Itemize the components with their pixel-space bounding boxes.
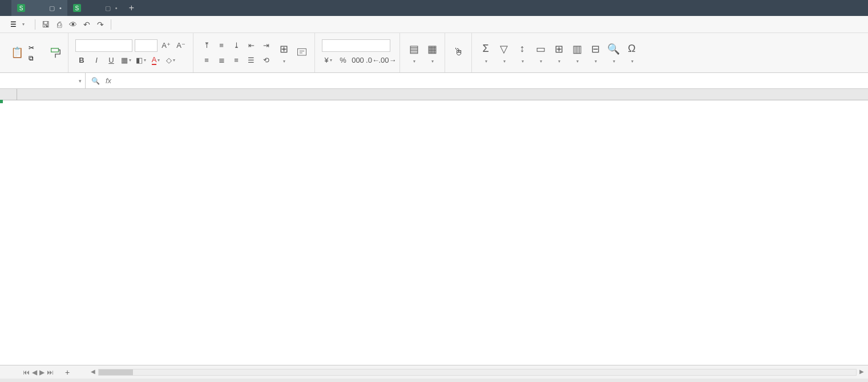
- doc-helper-button[interactable]: 🖰: [450, 46, 468, 60]
- cut-button[interactable]: ✂: [29, 44, 44, 52]
- select-all-corner[interactable]: [0, 89, 17, 100]
- decrease-indent-icon[interactable]: ⇤: [245, 39, 257, 52]
- sort-button[interactable]: ↕▾: [513, 42, 531, 64]
- chevron-down-icon: ▾: [79, 78, 82, 84]
- document-tab-0[interactable]: S ▢ •: [11, 0, 67, 16]
- table-style-button[interactable]: ▦ ▾: [423, 42, 441, 64]
- undo-icon[interactable]: ↶: [81, 19, 92, 30]
- autosum-button[interactable]: Σ▾: [477, 42, 495, 64]
- sort-icon: ↕: [515, 42, 529, 56]
- increase-indent-icon[interactable]: ⇥: [260, 39, 272, 52]
- currency-button[interactable]: ¥▾: [322, 54, 334, 67]
- freeze-panes-button[interactable]: ⊟▾: [586, 42, 604, 64]
- font-name-input[interactable]: [75, 39, 132, 52]
- menu-bar: ☰ ▾ 🖫 ⎙ 👁 ↶ ↷: [0, 16, 868, 33]
- decrease-decimal-icon[interactable]: .0←: [366, 54, 379, 67]
- align-top-icon[interactable]: ⤒: [200, 39, 213, 52]
- scissors-icon: ✂: [29, 44, 34, 52]
- border-button[interactable]: ▦▾: [120, 54, 132, 67]
- spreadsheet-icon: S: [73, 4, 81, 12]
- scrollbar-thumb[interactable]: [99, 369, 133, 375]
- title-bar: S ▢ • S ▢ • +: [0, 0, 868, 16]
- symbol-button[interactable]: Ω▾: [623, 42, 641, 64]
- bold-button[interactable]: B: [75, 54, 88, 67]
- formula-bar: ▾ 🔍 fx: [0, 73, 868, 89]
- number-format-select[interactable]: [322, 39, 390, 52]
- align-left-icon[interactable]: ≡: [200, 54, 213, 67]
- find-button[interactable]: 🔍▾: [604, 42, 623, 64]
- formula-input[interactable]: [117, 76, 862, 85]
- font-color-button[interactable]: A▾: [150, 54, 162, 67]
- horizontal-scrollbar[interactable]: ◀ ▶: [98, 369, 857, 376]
- merge-center-button[interactable]: ⊞ ▾: [274, 42, 293, 64]
- increase-decimal-icon[interactable]: .00→: [381, 54, 394, 67]
- hamburger-icon: ☰: [10, 21, 17, 29]
- spreadsheet-grid[interactable]: [0, 89, 868, 365]
- clear-format-button[interactable]: ◇▾: [164, 54, 177, 67]
- wrap-text-button[interactable]: [293, 46, 311, 60]
- orientation-icon[interactable]: ⟲: [260, 54, 272, 67]
- zoom-icon[interactable]: 🔍: [91, 77, 100, 85]
- format-painter-big[interactable]: [46, 46, 64, 60]
- copy-button[interactable]: ⧉: [29, 54, 35, 62]
- sheet-nav-first-icon[interactable]: ⏮: [23, 368, 30, 376]
- tab-dot-icon[interactable]: •: [115, 5, 118, 12]
- print-preview-icon[interactable]: 👁: [67, 19, 79, 30]
- sigma-icon: Σ: [479, 42, 492, 56]
- worksheet-button[interactable]: ▥▾: [568, 42, 586, 64]
- separator: [35, 19, 35, 30]
- doc-helper-icon: 🖰: [452, 46, 466, 59]
- file-menu[interactable]: ☰ ▾: [5, 19, 30, 30]
- align-middle-icon[interactable]: ≡: [215, 39, 228, 52]
- increase-font-icon[interactable]: A⁺: [160, 39, 172, 52]
- italic-button[interactable]: I: [90, 54, 103, 67]
- rowcol-button[interactable]: ⊞▾: [550, 42, 568, 64]
- paint-roller-icon: [49, 46, 62, 60]
- conditional-format-button[interactable]: ▤ ▾: [405, 42, 423, 64]
- clipboard-icon: 📋: [10, 46, 24, 59]
- sheet-nav-last-icon[interactable]: ⏭: [47, 368, 54, 376]
- rowcol-icon: ⊞: [552, 42, 566, 56]
- tab-min-icon[interactable]: ▢: [105, 5, 111, 12]
- omega-icon: Ω: [625, 42, 639, 56]
- search-icon: 🔍: [607, 42, 620, 56]
- fx-icon[interactable]: fx: [106, 76, 111, 85]
- add-tab-button[interactable]: +: [123, 3, 140, 13]
- add-sheet-button[interactable]: +: [59, 368, 75, 377]
- funnel-icon: ▽: [497, 42, 511, 56]
- redo-icon[interactable]: ↷: [95, 19, 106, 30]
- wrap-icon: [295, 46, 309, 59]
- freeze-icon: ⊟: [588, 42, 602, 56]
- ribbon: 📋 ✂ ⧉ A⁺ A⁻ B: [0, 33, 868, 73]
- separator: [111, 19, 111, 30]
- copy-icon: ⧉: [29, 54, 34, 62]
- tab-dot-icon[interactable]: •: [59, 5, 62, 12]
- status-bar: [0, 379, 868, 382]
- decrease-font-icon[interactable]: A⁻: [175, 39, 187, 52]
- underline-button[interactable]: U: [105, 54, 118, 67]
- percent-button[interactable]: %: [337, 54, 349, 67]
- format-button[interactable]: ▭▾: [531, 42, 550, 64]
- cond-format-icon: ▤: [407, 42, 421, 56]
- filter-button[interactable]: ▽▾: [495, 42, 513, 64]
- align-center-icon[interactable]: ≣: [215, 54, 228, 67]
- spreadsheet-icon: S: [17, 4, 25, 12]
- svg-rect-0: [51, 48, 59, 51]
- print-icon[interactable]: ⎙: [54, 19, 65, 30]
- format-icon: ▭: [534, 42, 547, 56]
- table-style-icon: ▦: [425, 42, 439, 56]
- save-icon[interactable]: 🖫: [40, 19, 51, 30]
- comma-button[interactable]: 000: [352, 54, 364, 67]
- font-size-input[interactable]: [135, 39, 158, 52]
- name-box[interactable]: ▾: [0, 73, 86, 88]
- sheet-nav-prev-icon[interactable]: ◀: [32, 368, 37, 376]
- justify-icon[interactable]: ☰: [245, 54, 257, 67]
- paste-button[interactable]: 📋: [8, 46, 26, 60]
- tab-min-icon[interactable]: ▢: [49, 5, 55, 12]
- sheet-nav-next-icon[interactable]: ▶: [39, 368, 45, 376]
- fill-color-button[interactable]: ◧▾: [135, 54, 147, 67]
- worksheet-icon: ▥: [570, 42, 584, 56]
- align-right-icon[interactable]: ≡: [230, 54, 243, 67]
- align-bottom-icon[interactable]: ⤓: [230, 39, 243, 52]
- document-tab-1[interactable]: S ▢ •: [67, 0, 123, 16]
